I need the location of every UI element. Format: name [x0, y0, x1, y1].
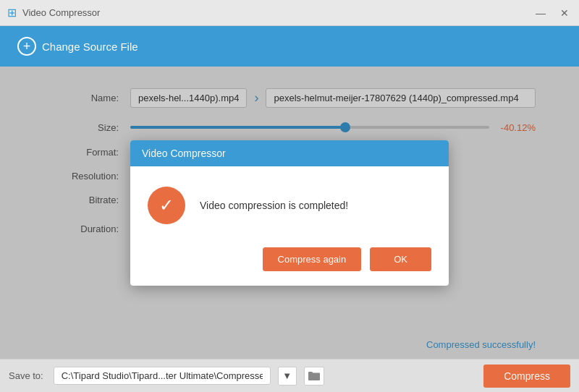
app-title: Video Compressor — [22, 7, 100, 18]
bottombar: Save to: ▼ Compress — [0, 359, 579, 392]
change-source-label: Change Source File — [42, 41, 138, 53]
plus-circle-icon: + — [17, 37, 36, 56]
folder-icon — [308, 371, 320, 381]
change-source-button[interactable]: + Change Source File — [12, 34, 144, 59]
save-label: Save to: — [9, 370, 43, 381]
titlebar-left: ⊞ Video Compressor — [7, 6, 100, 20]
dialog-overlay: Video Compressor ✓ Video compression is … — [0, 67, 579, 359]
save-path-input[interactable] — [54, 367, 271, 385]
checkmark: ✓ — [159, 195, 174, 216]
titlebar: ⊞ Video Compressor — ✕ — [0, 0, 579, 26]
dialog-header: Video Compressor — [130, 140, 449, 166]
main-content: Name: pexels-hel...1440p).mp4 › pexels-h… — [0, 67, 579, 359]
compress-again-button[interactable]: Compress again — [263, 247, 362, 271]
ok-button[interactable]: OK — [370, 247, 431, 271]
close-button[interactable]: ✕ — [557, 6, 572, 20]
topbar: + Change Source File — [0, 26, 579, 67]
titlebar-controls: — ✕ — [533, 6, 572, 20]
minimize-button[interactable]: — — [533, 6, 549, 20]
dialog-footer: Compress again OK — [130, 242, 449, 286]
check-circle-icon: ✓ — [148, 187, 185, 224]
app-icon: ⊞ — [7, 6, 17, 20]
dialog-body: ✓ Video compression is completed! — [130, 166, 449, 242]
dropdown-button[interactable]: ▼ — [278, 367, 297, 385]
compress-button[interactable]: Compress — [483, 365, 570, 388]
folder-button[interactable] — [304, 367, 324, 385]
dialog-message: Video compression is completed! — [200, 200, 348, 211]
dialog: Video Compressor ✓ Video compression is … — [130, 140, 449, 286]
